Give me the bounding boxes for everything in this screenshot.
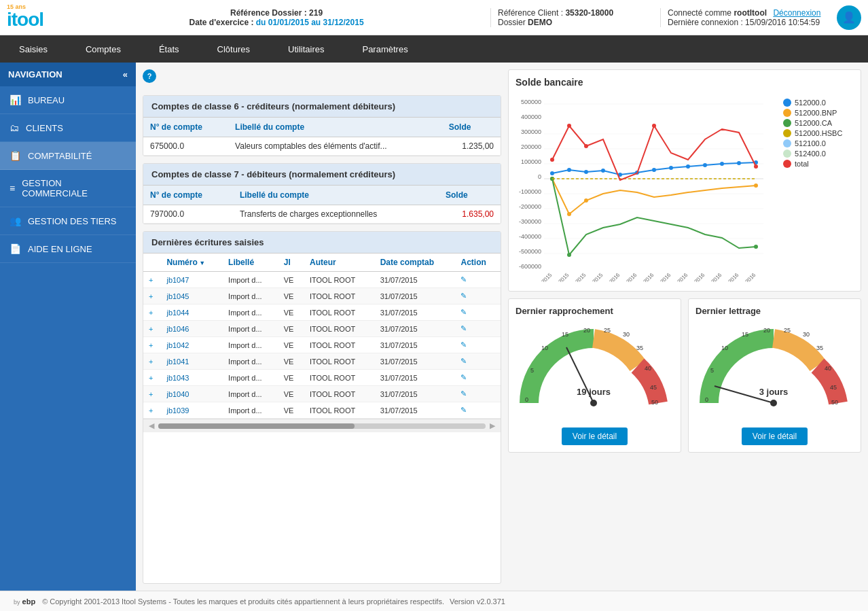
svg-text:400000: 400000 xyxy=(521,114,541,120)
e-libelle: Import d... xyxy=(223,386,278,402)
nav-utilitaires[interactable]: Utilitaires xyxy=(269,35,343,63)
edit-icon[interactable]: ✎ xyxy=(460,389,467,398)
nav-etats[interactable]: États xyxy=(140,35,198,63)
svg-point-37 xyxy=(584,170,588,174)
e-libelle: Import d... xyxy=(223,272,278,288)
sidebar-item-bureau[interactable]: 📊 BUREAU xyxy=(0,86,136,114)
svg-text:35: 35 xyxy=(636,345,643,351)
svg-point-49 xyxy=(567,212,571,216)
sidebar-item-aide-en-ligne[interactable]: 📄 AIDE EN LIGNE xyxy=(0,235,136,263)
legend-total: total xyxy=(783,160,854,168)
col-auteur[interactable]: Auteur xyxy=(304,254,375,272)
e-action[interactable]: ✎ xyxy=(455,402,501,419)
classe7-col-solde: Solde xyxy=(439,186,501,205)
expand-btn[interactable]: + xyxy=(143,288,161,304)
ecritures-title: Dernières écritures saisies xyxy=(143,232,501,254)
sidebar-label-comptabilite: COMPTABILITÉ xyxy=(28,151,92,161)
deconnexion-link[interactable]: Déconnexion xyxy=(773,8,820,18)
expand-btn[interactable]: + xyxy=(143,370,161,386)
e-jl: VE xyxy=(278,386,304,402)
expand-btn[interactable]: + xyxy=(143,272,161,288)
e-numero: jb1044 xyxy=(161,304,223,321)
edit-icon[interactable]: ✎ xyxy=(460,373,467,381)
rapprochement-voir-detail-button[interactable]: Voir le détail xyxy=(562,427,628,445)
svg-point-36 xyxy=(567,168,571,172)
e-auteur: ITOOL ROOT xyxy=(304,321,375,337)
ecritures-scrollbar-area[interactable]: ◀ ▶ xyxy=(143,419,501,432)
c6-solde: 1.235,00 xyxy=(442,137,501,156)
svg-point-55 xyxy=(550,158,554,162)
classe6-table: N° de compte Libellé du compte Solde 675… xyxy=(143,118,501,156)
svg-text:-500000: -500000 xyxy=(519,248,541,255)
e-auteur: ITOOL ROOT xyxy=(304,353,375,370)
table-row: + jb1039 Import d... VE ITOOL ROOT 31/07… xyxy=(143,402,501,419)
classe6-panel: Comptes de classe 6 - créditeurs (normal… xyxy=(143,95,501,156)
chart-content: 500000 400000 300000 200000 100000 0 -10… xyxy=(516,92,854,284)
e-jl: VE xyxy=(278,304,304,321)
e-action[interactable]: ✎ xyxy=(455,353,501,370)
e-action[interactable]: ✎ xyxy=(455,370,501,386)
edit-icon[interactable]: ✎ xyxy=(460,406,467,414)
col-action[interactable]: Action xyxy=(455,254,501,272)
nav-parametres[interactable]: Paramètres xyxy=(343,35,427,63)
svg-text:-200000: -200000 xyxy=(519,203,541,210)
expand-btn[interactable]: + xyxy=(143,337,161,353)
header-client-info: Référence Client : 35320-18000 Dossier D… xyxy=(490,8,660,27)
e-action[interactable]: ✎ xyxy=(455,386,501,402)
sidebar-label-gestion-commerciale: GESTION COMMERCIALE xyxy=(22,178,126,198)
sidebar-item-clients[interactable]: 🗂 CLIENTS xyxy=(0,114,136,142)
gestion-commerciale-icon: ≡ xyxy=(10,183,15,194)
sidebar-item-gestion-commerciale[interactable]: ≡ GESTION COMMERCIALE xyxy=(0,170,136,207)
edit-icon[interactable]: ✎ xyxy=(460,341,467,349)
col-date[interactable]: Date comptab xyxy=(375,254,456,272)
dossier-label: Dossier xyxy=(498,18,526,27)
e-libelle: Import d... xyxy=(223,370,278,386)
edit-icon[interactable]: ✎ xyxy=(460,324,467,332)
e-jl: VE xyxy=(278,402,304,419)
svg-point-50 xyxy=(584,198,588,203)
ecritures-scroll[interactable]: Numéro Libellé Jl Auteur Date comptab Ac… xyxy=(143,254,501,419)
svg-text:Mai 2016: Mai 2016 xyxy=(669,272,689,282)
date-exercice-line: Date d'exercice : du 01/01/2015 au 31/12… xyxy=(62,18,490,27)
e-numero: jb1042 xyxy=(161,337,223,353)
expand-btn[interactable]: + xyxy=(143,304,161,321)
expand-btn[interactable]: + xyxy=(143,353,161,370)
nav-comptes[interactable]: Comptes xyxy=(67,35,140,63)
info-button[interactable]: ? xyxy=(143,69,156,83)
bureau-icon: 📊 xyxy=(10,94,21,105)
lettrage-panel: Dernier lettrage 0 5 10 15 20 xyxy=(688,298,861,453)
e-libelle: Import d... xyxy=(223,304,278,321)
edit-icon[interactable]: ✎ xyxy=(460,308,467,316)
e-date: 31/07/2015 xyxy=(375,353,456,370)
sidebar-label-gestion-tiers: GESTION DES TIERS xyxy=(28,216,117,226)
col-libelle[interactable]: Libellé xyxy=(223,254,278,272)
e-action[interactable]: ✎ xyxy=(455,288,501,304)
classe7-col-libelle: Libellé du compte xyxy=(233,186,439,205)
nav-saisies[interactable]: Saisies xyxy=(0,35,67,63)
classe6-col-solde: Solde xyxy=(442,118,501,137)
e-action[interactable]: ✎ xyxy=(455,272,501,288)
lettrage-voir-detail-button[interactable]: Voir le détail xyxy=(742,427,808,445)
e-action[interactable]: ✎ xyxy=(455,321,501,337)
edit-icon[interactable]: ✎ xyxy=(460,357,467,365)
e-action[interactable]: ✎ xyxy=(455,337,501,353)
e-jl: VE xyxy=(278,337,304,353)
sidebar-item-comptabilite[interactable]: 📋 COMPTABILITÉ xyxy=(0,142,136,170)
expand-btn[interactable]: + xyxy=(143,402,161,419)
left-panel: ? Comptes de classe 6 - créditeurs (norm… xyxy=(143,69,501,584)
chart-title: Solde bancaire xyxy=(516,77,854,88)
col-jl[interactable]: Jl xyxy=(278,254,304,272)
e-jl: VE xyxy=(278,353,304,370)
expand-btn[interactable]: + xyxy=(143,321,161,337)
expand-btn[interactable]: + xyxy=(143,386,161,402)
sidebar-item-gestion-tiers[interactable]: 👥 GESTION DES TIERS xyxy=(0,207,136,235)
e-action[interactable]: ✎ xyxy=(455,304,501,321)
edit-icon[interactable]: ✎ xyxy=(460,292,467,300)
svg-text:-600000: -600000 xyxy=(519,263,541,270)
col-numero[interactable]: Numéro xyxy=(161,254,223,272)
logo-years: 15 ans xyxy=(7,3,26,10)
nav-clotures[interactable]: Clôtures xyxy=(198,35,269,63)
edit-icon[interactable]: ✎ xyxy=(460,275,467,283)
sidebar-collapse-icon[interactable]: « xyxy=(123,69,128,80)
svg-text:200000: 200000 xyxy=(521,143,541,150)
